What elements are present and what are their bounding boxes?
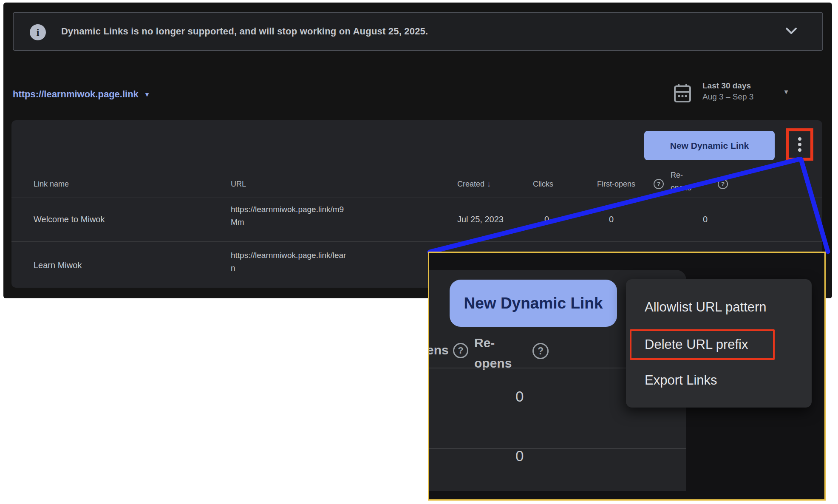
help-icon[interactable]: ?: [654, 179, 664, 189]
link-name-cell[interactable]: Learn Miwok: [34, 260, 82, 270]
column-header-url[interactable]: URL: [231, 180, 246, 189]
column-header-created[interactable]: Created↓: [457, 180, 491, 189]
menu-item-export-links[interactable]: Export Links: [645, 373, 717, 388]
header-divider: [11, 198, 822, 198]
row-divider: [11, 241, 822, 242]
created-label: Created: [457, 180, 484, 188]
column-header-link-name[interactable]: Link name: [34, 180, 69, 189]
help-icon[interactable]: ?: [718, 179, 728, 189]
sort-descending-icon: ↓: [487, 180, 491, 188]
menu-item-allowlist-url-pattern[interactable]: Allowlist URL pattern: [645, 300, 767, 315]
link-url-cell[interactable]: https://learnmiwok.page.link/m9 Mm: [231, 203, 344, 229]
re-opens-cell-magnified: 0: [515, 447, 524, 464]
info-icon-glyph: i: [37, 27, 40, 38]
column-header-first-opens[interactable]: First-opens: [597, 180, 635, 189]
calendar-icon: [674, 84, 691, 103]
zoom-callout: New Dynamic Link ens ? Re- opens ? 0 0 A…: [428, 252, 826, 501]
clicks-cell: 0: [544, 215, 549, 224]
first-opens-cell: 0: [609, 215, 614, 224]
row-divider: [429, 448, 686, 449]
re-opens-line2: opens: [671, 181, 691, 194]
link-name-cell[interactable]: Welcome to Miwok: [34, 215, 105, 224]
new-dynamic-link-button[interactable]: New Dynamic Link: [644, 131, 775, 160]
re-opens-cell: 0: [703, 215, 708, 224]
url-line-2: Mm: [231, 216, 344, 229]
url-line-1: https://learnmiwok.page.link/m9: [231, 203, 344, 216]
delete-highlight-box: [630, 329, 775, 360]
column-header-re-opens[interactable]: Re- opens: [671, 169, 691, 194]
info-icon: i: [30, 24, 46, 40]
re-opens-line1: Re-: [671, 169, 691, 181]
url-line-1: https://learnmiwok.page.link/lear: [231, 249, 346, 262]
re-opens-cell-magnified: 0: [515, 388, 524, 405]
kebab-menu-icon[interactable]: [798, 137, 801, 152]
re-opens-line2: opens: [474, 353, 512, 374]
deprecation-banner: i Dynamic Links is no longer supported, …: [13, 12, 823, 51]
context-menu: Allowlist URL pattern Delete URL prefix …: [626, 279, 812, 408]
page-background: i Dynamic Links is no longer supported, …: [0, 0, 838, 504]
caret-down-icon[interactable]: ▾: [145, 91, 149, 98]
created-cell: Jul 25, 2023: [457, 215, 504, 224]
url-prefix-selector[interactable]: https://learnmiwok.page.link: [13, 89, 139, 100]
new-dynamic-link-button-magnified[interactable]: New Dynamic Link: [450, 280, 617, 327]
link-url-cell[interactable]: https://learnmiwok.page.link/lear n: [231, 249, 346, 275]
url-line-2: n: [231, 262, 346, 275]
first-opens-header-fragment: ens: [429, 343, 449, 357]
help-icon[interactable]: ?: [453, 343, 468, 358]
caret-down-icon[interactable]: ▾: [784, 88, 788, 96]
column-header-clicks[interactable]: Clicks: [533, 180, 553, 189]
kebab-highlight-box: [786, 128, 813, 161]
date-range-text: Last 30 days Aug 3 – Sep 3: [702, 80, 753, 102]
chevron-down-icon[interactable]: [785, 26, 798, 36]
date-range-dates: Aug 3 – Sep 3: [702, 91, 753, 102]
banner-message: Dynamic Links is no longer supported, an…: [61, 13, 428, 50]
url-prefix-row: https://learnmiwok.page.link ▾: [13, 86, 149, 103]
date-range-picker[interactable]: Last 30 days Aug 3 – Sep 3 ▾: [674, 80, 788, 103]
date-range-label: Last 30 days: [702, 80, 753, 91]
help-icon[interactable]: ?: [532, 343, 549, 359]
re-opens-line1: Re-: [474, 333, 512, 353]
